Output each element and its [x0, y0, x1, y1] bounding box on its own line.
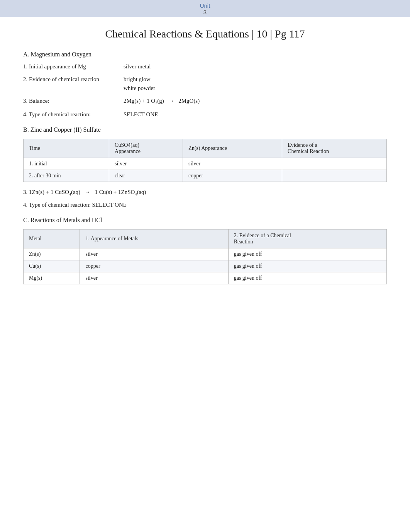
- col-metal: Metal: [24, 229, 80, 248]
- col-zn: Zn(s) Appearance: [183, 139, 282, 158]
- metal-zn: Zn(s): [24, 248, 80, 260]
- col-cuso4: CuSO4(aq)Appearance: [109, 139, 183, 158]
- row2-cuso4: clear: [109, 170, 183, 182]
- item-3-label: 3. Balance:: [23, 98, 124, 104]
- row1-evidence: [282, 158, 387, 170]
- col-evidence2: 2. Evidence of a ChemicalReaction: [228, 229, 386, 248]
- section-a-item-3: 3. Balance: 2Mg(s) + 1 O2(g) → 2MgO(s): [23, 98, 387, 105]
- unit-bar: Unit 3: [0, 0, 410, 17]
- section-a-item-1: 1. Initial appearance of Mg silver metal: [23, 63, 387, 70]
- item-3-equation: 2Mg(s) + 1 O2(g) → 2MgO(s): [124, 98, 200, 105]
- item-1-label: 1. Initial appearance of Mg: [23, 63, 124, 70]
- col-appearance: 1. Appearance of Metals: [80, 229, 228, 248]
- table-row: 1. initial silver silver: [24, 158, 387, 170]
- table-row: Cu(s) copper gas given off: [24, 260, 387, 272]
- row1-zn: silver: [183, 158, 282, 170]
- zn-evidence: gas given off: [228, 248, 386, 260]
- item-4-value: SELECT ONE: [124, 111, 158, 118]
- metal-cu: Cu(s): [24, 260, 80, 272]
- row2-evidence: [282, 170, 387, 182]
- table-row: Mg(s) silver gas given off: [24, 272, 387, 284]
- item-1-value: silver metal: [124, 63, 151, 70]
- unit-label: Unit: [0, 2, 410, 9]
- section-b-reaction: 3. 1Zn(s) + 1 CuSO4(aq) → 1 Cu(s) + 1ZnS…: [23, 189, 387, 196]
- mg-appearance: silver: [80, 272, 228, 284]
- cu-appearance: copper: [80, 260, 228, 272]
- item-2-label: 2. Evidence of chemical reaction: [23, 76, 124, 83]
- section-a-item-4: 4. Type of chemical reaction: SELECT ONE: [23, 111, 387, 118]
- section-a: A. Magnesium and Oxygen 1. Initial appea…: [23, 51, 387, 118]
- cu-evidence: gas given off: [228, 260, 386, 272]
- section-b: B. Zinc and Copper (II) Sulfate Time CuS…: [23, 126, 387, 208]
- metal-mg: Mg(s): [24, 272, 80, 284]
- item-2-values: bright glow white powder: [124, 76, 155, 92]
- row1-cuso4: silver: [109, 158, 183, 170]
- page-title: Chemical Reactions & Equations | 10 | Pg…: [23, 28, 387, 40]
- row2-zn: copper: [183, 170, 282, 182]
- mg-evidence: gas given off: [228, 272, 386, 284]
- unit-number: 3: [0, 9, 410, 15]
- row2-time: 2. after 30 min: [24, 170, 109, 182]
- zn-appearance: silver: [80, 248, 228, 260]
- section-c-title: C. Reactions of Metals and HCl: [23, 217, 387, 224]
- section-a-title: A. Magnesium and Oxygen: [23, 51, 387, 58]
- table-row: 2. after 30 min clear copper: [24, 170, 387, 182]
- section-a-item-2: 2. Evidence of chemical reaction bright …: [23, 76, 387, 92]
- item-2-value-2: white powder: [124, 85, 155, 92]
- col-evidence: Evidence of aChemical Reaction: [282, 139, 387, 158]
- section-c: C. Reactions of Metals and HCl Metal 1. …: [23, 217, 387, 284]
- item-4-label: 4. Type of chemical reaction:: [23, 111, 124, 118]
- item-2-value-1: bright glow: [124, 76, 155, 83]
- table-row: Zn(s) silver gas given off: [24, 248, 387, 260]
- section-b-type: 4. Type of chemical reaction: SELECT ONE: [23, 202, 387, 208]
- section-c-table: Metal 1. Appearance of Metals 2. Evidenc…: [23, 229, 387, 284]
- section-b-title: B. Zinc and Copper (II) Sulfate: [23, 126, 387, 133]
- section-b-table: Time CuSO4(aq)Appearance Zn(s) Appearanc…: [23, 139, 387, 182]
- col-time: Time: [24, 139, 109, 158]
- row1-time: 1. initial: [24, 158, 109, 170]
